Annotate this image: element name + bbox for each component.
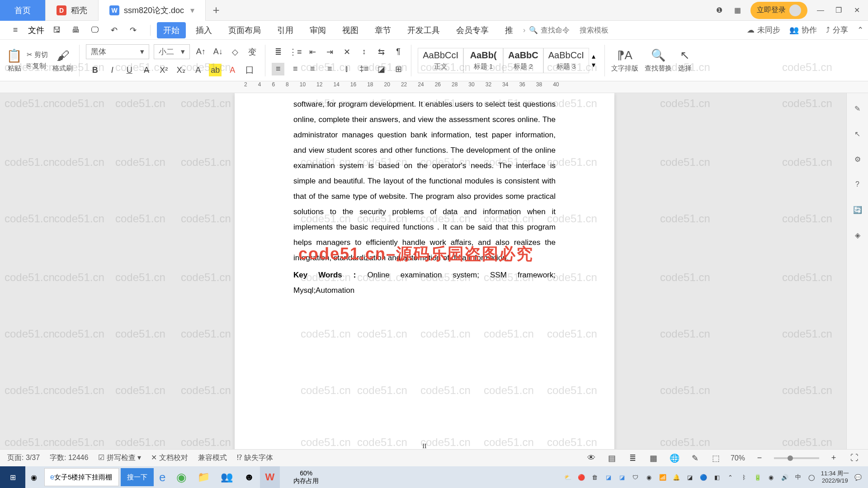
file-menu[interactable]: 文件 — [28, 25, 44, 36]
distribute-button[interactable]: ⫿ — [340, 63, 353, 75]
text-layout-button[interactable]: ⁋A 文字排版 — [611, 48, 638, 73]
maximize-icon[interactable]: ❐ — [834, 5, 844, 15]
style-scroll-down-icon[interactable]: ▾ — [592, 61, 595, 69]
layout-icon[interactable]: ❶ — [714, 5, 724, 15]
menu-vip[interactable]: 会员专享 — [450, 22, 495, 38]
align-right-button[interactable]: ≡ — [306, 63, 319, 75]
zoom-out-icon[interactable]: − — [753, 452, 766, 465]
minimize-icon[interactable]: — — [816, 5, 826, 15]
tab-daoke[interactable]: D 稻壳 — [46, 0, 99, 21]
tab-menu-icon[interactable]: ▾ — [190, 5, 194, 15]
numbering-button[interactable]: ⋮≡ — [289, 46, 302, 58]
print-icon[interactable]: 🖶 — [70, 24, 82, 37]
char-border-button[interactable]: 囗 — [243, 64, 256, 76]
redo-icon[interactable]: ↷ — [127, 24, 139, 37]
menu-view[interactable]: 视图 — [336, 22, 365, 38]
task-ie[interactable]: e — [154, 466, 171, 488]
tray-icon-4[interactable]: ◪ — [618, 473, 627, 482]
eye-icon[interactable]: 👁 — [585, 452, 598, 465]
style-h1[interactable]: AaBb(标题 1 — [463, 48, 503, 73]
menu-start[interactable]: 开始 — [157, 22, 186, 38]
login-button[interactable]: 立即登录 — [750, 2, 807, 19]
increase-indent-button[interactable]: ⇥ — [323, 46, 336, 58]
zoom-slider[interactable] — [774, 457, 819, 459]
subscript-button[interactable]: X₂ — [175, 64, 187, 76]
tray-bell-icon[interactable]: 🔔 — [672, 473, 681, 482]
clear-format-icon[interactable]: ◇ — [229, 46, 241, 58]
zoom-level[interactable]: 70% — [731, 454, 745, 462]
paste-button[interactable]: 📋 粘贴 — [6, 48, 22, 73]
cut-button[interactable]: ✂ 剪切 — [27, 51, 48, 59]
borders-button[interactable]: ⊞ — [392, 63, 405, 75]
tray-icon-9[interactable]: ◯ — [807, 473, 816, 482]
zoom-in-icon[interactable]: + — [827, 452, 840, 465]
menu-insert[interactable]: 插入 — [189, 22, 218, 38]
search-tpl-input[interactable] — [580, 26, 616, 34]
menu-references[interactable]: 引用 — [271, 22, 300, 38]
outline-icon[interactable]: ≣ — [627, 452, 639, 465]
pointer-icon[interactable]: ↖ — [851, 127, 864, 140]
task-wps[interactable]: W — [260, 466, 280, 488]
translate-icon[interactable]: 🔄 — [851, 203, 864, 216]
style-body[interactable]: AaBbCcI正文 — [418, 48, 463, 73]
preview-icon[interactable]: 🖵 — [89, 24, 101, 37]
select-button[interactable]: ↖ 选择 — [678, 48, 692, 73]
chevron-right-icon[interactable]: › — [523, 26, 525, 34]
tray-wifi-icon[interactable]: 📶 — [658, 473, 667, 482]
tray-icon-6[interactable]: 🔵 — [699, 473, 708, 482]
find-replace-button[interactable]: 🔍 查找替换 — [645, 48, 672, 73]
tray-icon-7[interactable]: ◧ — [712, 473, 722, 482]
start-button[interactable]: ⊞ — [0, 466, 25, 488]
fit-width-icon[interactable]: ⬚ — [710, 452, 722, 465]
task-explorer[interactable]: 📁 — [192, 466, 215, 488]
ruler[interactable]: 246810121416182022242628303234363840 — [0, 81, 868, 93]
tray-volume-icon[interactable]: 🔊 — [780, 473, 789, 482]
tray-icon-2[interactable]: 🗑 — [590, 473, 599, 482]
tray-shield-icon[interactable]: 🛡 — [631, 473, 640, 482]
shading-button[interactable]: ◪ — [375, 63, 387, 75]
task-app-3[interactable]: ☻ — [238, 466, 259, 488]
sort-button[interactable]: ↕ — [358, 46, 370, 58]
tray-battery-icon[interactable]: 🔋 — [753, 473, 762, 482]
proofread[interactable]: ✕ 文档校对 — [151, 453, 188, 463]
diamond-icon[interactable]: ◈ — [851, 229, 864, 241]
taskbar-clock[interactable]: 11:34 周一 2022/9/19 — [821, 470, 849, 484]
tray-ime-icon[interactable]: 中 — [794, 473, 803, 482]
taskbar-search-button[interactable]: 搜一下 — [121, 468, 154, 486]
decrease-indent-button[interactable]: ⇤ — [306, 46, 319, 58]
help-icon[interactable]: ? — [851, 178, 864, 191]
taskbar-search[interactable]: e — [44, 468, 119, 486]
command-search[interactable]: 🔍 — [529, 26, 616, 34]
menu-page-layout[interactable]: 页面布局 — [222, 22, 267, 38]
asian-layout-button[interactable]: ✕ — [340, 46, 353, 58]
tray-bluetooth-icon[interactable]: ᛒ — [740, 473, 749, 482]
menu-more[interactable]: 推 — [499, 22, 519, 38]
taskbar-search-input[interactable] — [54, 474, 113, 481]
pen-icon[interactable]: ✎ — [851, 102, 864, 115]
phonetic-icon[interactable]: 变 — [246, 46, 259, 58]
tray-icon-8[interactable]: ◉ — [767, 473, 776, 482]
bold-button[interactable]: B — [89, 64, 101, 76]
highlight-button[interactable]: ab — [209, 64, 222, 76]
tabs-button[interactable]: ⇆ — [375, 46, 387, 58]
spell-check[interactable]: ☑ 拼写检查 ▾ — [98, 453, 141, 463]
chevron-up-icon[interactable]: ⌃ — [857, 25, 863, 35]
task-360[interactable]: ◉ — [171, 466, 192, 488]
page-indicator[interactable]: 页面: 3/37 — [7, 453, 40, 463]
read-view-icon[interactable]: ▤ — [606, 452, 618, 465]
shrink-font-icon[interactable]: A↓ — [212, 46, 224, 58]
tab-home[interactable]: 首页 — [0, 0, 46, 21]
missing-font[interactable]: ⁉ 缺失字体 — [237, 453, 273, 463]
format-painter-button[interactable]: 🖌 格式刷 — [52, 48, 73, 73]
new-tab-button[interactable]: + — [206, 3, 226, 17]
settings-slider-icon[interactable]: ⚙ — [851, 153, 864, 165]
tab-document[interactable]: W ssm820论文.doc ▾ — [99, 0, 206, 21]
share-button[interactable]: ⤴分享 — [826, 25, 848, 35]
tray-chevron-up-icon[interactable]: ⌃ — [726, 473, 735, 482]
save-icon[interactable]: 🖫 — [51, 24, 63, 37]
menu-review[interactable]: 审阅 — [303, 22, 332, 38]
web-view-icon[interactable]: ▦ — [647, 452, 660, 465]
tray-icon-5[interactable]: ◉ — [645, 473, 654, 482]
line-spacing-button[interactable]: ‡≡ — [358, 63, 370, 75]
italic-button[interactable]: I — [106, 64, 118, 76]
